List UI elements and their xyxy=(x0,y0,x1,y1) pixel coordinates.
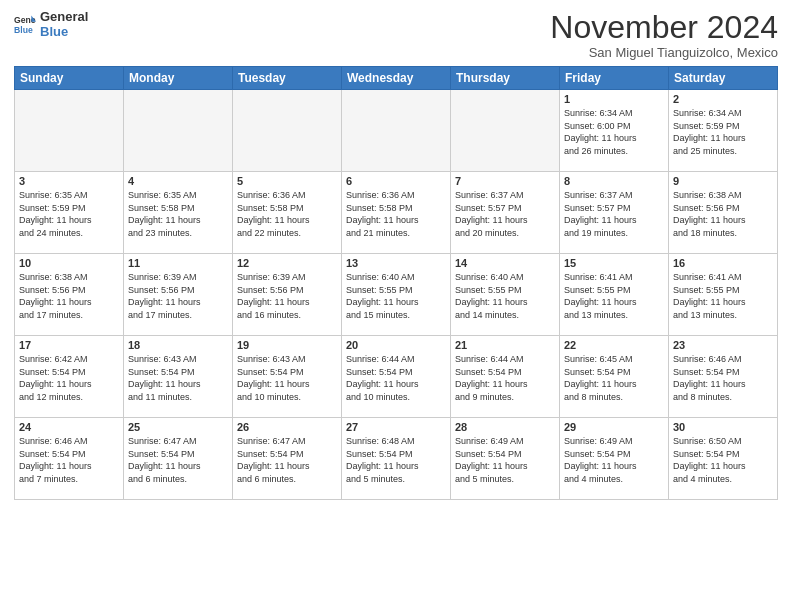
day-number: 21 xyxy=(455,339,555,351)
calendar-cell xyxy=(124,90,233,172)
svg-text:Blue: Blue xyxy=(14,25,33,35)
logo-general: General xyxy=(40,10,88,25)
day-number: 15 xyxy=(564,257,664,269)
day-info: Sunrise: 6:41 AM Sunset: 5:55 PM Dayligh… xyxy=(564,271,664,321)
day-number: 27 xyxy=(346,421,446,433)
calendar-cell: 18Sunrise: 6:43 AM Sunset: 5:54 PM Dayli… xyxy=(124,336,233,418)
day-number: 23 xyxy=(673,339,773,351)
calendar-cell: 4Sunrise: 6:35 AM Sunset: 5:58 PM Daylig… xyxy=(124,172,233,254)
day-info: Sunrise: 6:50 AM Sunset: 5:54 PM Dayligh… xyxy=(673,435,773,485)
calendar-cell: 24Sunrise: 6:46 AM Sunset: 5:54 PM Dayli… xyxy=(15,418,124,500)
day-number: 28 xyxy=(455,421,555,433)
day-number: 10 xyxy=(19,257,119,269)
calendar-cell: 1Sunrise: 6:34 AM Sunset: 6:00 PM Daylig… xyxy=(560,90,669,172)
calendar-cell: 22Sunrise: 6:45 AM Sunset: 5:54 PM Dayli… xyxy=(560,336,669,418)
day-info: Sunrise: 6:49 AM Sunset: 5:54 PM Dayligh… xyxy=(455,435,555,485)
day-info: Sunrise: 6:46 AM Sunset: 5:54 PM Dayligh… xyxy=(673,353,773,403)
week-row: 24Sunrise: 6:46 AM Sunset: 5:54 PM Dayli… xyxy=(15,418,778,500)
calendar-cell: 28Sunrise: 6:49 AM Sunset: 5:54 PM Dayli… xyxy=(451,418,560,500)
logo: General Blue General Blue xyxy=(14,10,88,40)
week-row: 1Sunrise: 6:34 AM Sunset: 6:00 PM Daylig… xyxy=(15,90,778,172)
calendar-cell: 13Sunrise: 6:40 AM Sunset: 5:55 PM Dayli… xyxy=(342,254,451,336)
weekday-header: Sunday xyxy=(15,67,124,90)
calendar-cell: 5Sunrise: 6:36 AM Sunset: 5:58 PM Daylig… xyxy=(233,172,342,254)
day-info: Sunrise: 6:34 AM Sunset: 6:00 PM Dayligh… xyxy=(564,107,664,157)
day-info: Sunrise: 6:46 AM Sunset: 5:54 PM Dayligh… xyxy=(19,435,119,485)
calendar-cell: 14Sunrise: 6:40 AM Sunset: 5:55 PM Dayli… xyxy=(451,254,560,336)
day-number: 14 xyxy=(455,257,555,269)
day-number: 13 xyxy=(346,257,446,269)
day-info: Sunrise: 6:39 AM Sunset: 5:56 PM Dayligh… xyxy=(237,271,337,321)
week-row: 10Sunrise: 6:38 AM Sunset: 5:56 PM Dayli… xyxy=(15,254,778,336)
day-info: Sunrise: 6:40 AM Sunset: 5:55 PM Dayligh… xyxy=(346,271,446,321)
day-info: Sunrise: 6:34 AM Sunset: 5:59 PM Dayligh… xyxy=(673,107,773,157)
calendar-cell: 11Sunrise: 6:39 AM Sunset: 5:56 PM Dayli… xyxy=(124,254,233,336)
logo-blue: Blue xyxy=(40,25,88,40)
day-info: Sunrise: 6:43 AM Sunset: 5:54 PM Dayligh… xyxy=(128,353,228,403)
calendar-cell: 3Sunrise: 6:35 AM Sunset: 5:59 PM Daylig… xyxy=(15,172,124,254)
day-info: Sunrise: 6:47 AM Sunset: 5:54 PM Dayligh… xyxy=(237,435,337,485)
day-number: 22 xyxy=(564,339,664,351)
calendar-cell: 29Sunrise: 6:49 AM Sunset: 5:54 PM Dayli… xyxy=(560,418,669,500)
weekday-header: Saturday xyxy=(669,67,778,90)
day-number: 9 xyxy=(673,175,773,187)
weekday-header: Tuesday xyxy=(233,67,342,90)
day-number: 18 xyxy=(128,339,228,351)
month-title: November 2024 xyxy=(550,10,778,45)
day-info: Sunrise: 6:36 AM Sunset: 5:58 PM Dayligh… xyxy=(237,189,337,239)
title-block: November 2024 San Miguel Tianguizolco, M… xyxy=(550,10,778,60)
day-info: Sunrise: 6:39 AM Sunset: 5:56 PM Dayligh… xyxy=(128,271,228,321)
day-number: 3 xyxy=(19,175,119,187)
day-number: 12 xyxy=(237,257,337,269)
calendar-cell: 30Sunrise: 6:50 AM Sunset: 5:54 PM Dayli… xyxy=(669,418,778,500)
calendar-cell: 17Sunrise: 6:42 AM Sunset: 5:54 PM Dayli… xyxy=(15,336,124,418)
calendar-cell: 25Sunrise: 6:47 AM Sunset: 5:54 PM Dayli… xyxy=(124,418,233,500)
day-number: 2 xyxy=(673,93,773,105)
day-info: Sunrise: 6:43 AM Sunset: 5:54 PM Dayligh… xyxy=(237,353,337,403)
weekday-header: Wednesday xyxy=(342,67,451,90)
calendar-cell xyxy=(233,90,342,172)
calendar-cell: 9Sunrise: 6:38 AM Sunset: 5:56 PM Daylig… xyxy=(669,172,778,254)
day-info: Sunrise: 6:36 AM Sunset: 5:58 PM Dayligh… xyxy=(346,189,446,239)
calendar-cell xyxy=(342,90,451,172)
day-number: 26 xyxy=(237,421,337,433)
page: General Blue General Blue November 2024 … xyxy=(0,0,792,612)
calendar-cell: 15Sunrise: 6:41 AM Sunset: 5:55 PM Dayli… xyxy=(560,254,669,336)
day-info: Sunrise: 6:44 AM Sunset: 5:54 PM Dayligh… xyxy=(346,353,446,403)
day-number: 19 xyxy=(237,339,337,351)
location: San Miguel Tianguizolco, Mexico xyxy=(550,45,778,60)
weekday-header: Friday xyxy=(560,67,669,90)
calendar-table: SundayMondayTuesdayWednesdayThursdayFrid… xyxy=(14,66,778,500)
day-number: 17 xyxy=(19,339,119,351)
week-row: 3Sunrise: 6:35 AM Sunset: 5:59 PM Daylig… xyxy=(15,172,778,254)
header: General Blue General Blue November 2024 … xyxy=(14,10,778,60)
day-number: 30 xyxy=(673,421,773,433)
calendar-cell: 19Sunrise: 6:43 AM Sunset: 5:54 PM Dayli… xyxy=(233,336,342,418)
day-number: 6 xyxy=(346,175,446,187)
day-info: Sunrise: 6:38 AM Sunset: 5:56 PM Dayligh… xyxy=(673,189,773,239)
weekday-header: Monday xyxy=(124,67,233,90)
day-number: 7 xyxy=(455,175,555,187)
calendar-cell: 2Sunrise: 6:34 AM Sunset: 5:59 PM Daylig… xyxy=(669,90,778,172)
calendar-cell: 27Sunrise: 6:48 AM Sunset: 5:54 PM Dayli… xyxy=(342,418,451,500)
day-number: 5 xyxy=(237,175,337,187)
day-info: Sunrise: 6:38 AM Sunset: 5:56 PM Dayligh… xyxy=(19,271,119,321)
day-info: Sunrise: 6:35 AM Sunset: 5:58 PM Dayligh… xyxy=(128,189,228,239)
weekday-header-row: SundayMondayTuesdayWednesdayThursdayFrid… xyxy=(15,67,778,90)
calendar-cell: 7Sunrise: 6:37 AM Sunset: 5:57 PM Daylig… xyxy=(451,172,560,254)
day-number: 20 xyxy=(346,339,446,351)
calendar-cell: 23Sunrise: 6:46 AM Sunset: 5:54 PM Dayli… xyxy=(669,336,778,418)
day-number: 29 xyxy=(564,421,664,433)
day-number: 8 xyxy=(564,175,664,187)
weekday-header: Thursday xyxy=(451,67,560,90)
calendar-cell: 10Sunrise: 6:38 AM Sunset: 5:56 PM Dayli… xyxy=(15,254,124,336)
day-info: Sunrise: 6:45 AM Sunset: 5:54 PM Dayligh… xyxy=(564,353,664,403)
day-info: Sunrise: 6:44 AM Sunset: 5:54 PM Dayligh… xyxy=(455,353,555,403)
day-info: Sunrise: 6:40 AM Sunset: 5:55 PM Dayligh… xyxy=(455,271,555,321)
day-info: Sunrise: 6:47 AM Sunset: 5:54 PM Dayligh… xyxy=(128,435,228,485)
day-number: 24 xyxy=(19,421,119,433)
day-number: 11 xyxy=(128,257,228,269)
calendar-cell: 8Sunrise: 6:37 AM Sunset: 5:57 PM Daylig… xyxy=(560,172,669,254)
calendar-cell: 12Sunrise: 6:39 AM Sunset: 5:56 PM Dayli… xyxy=(233,254,342,336)
calendar-cell: 21Sunrise: 6:44 AM Sunset: 5:54 PM Dayli… xyxy=(451,336,560,418)
